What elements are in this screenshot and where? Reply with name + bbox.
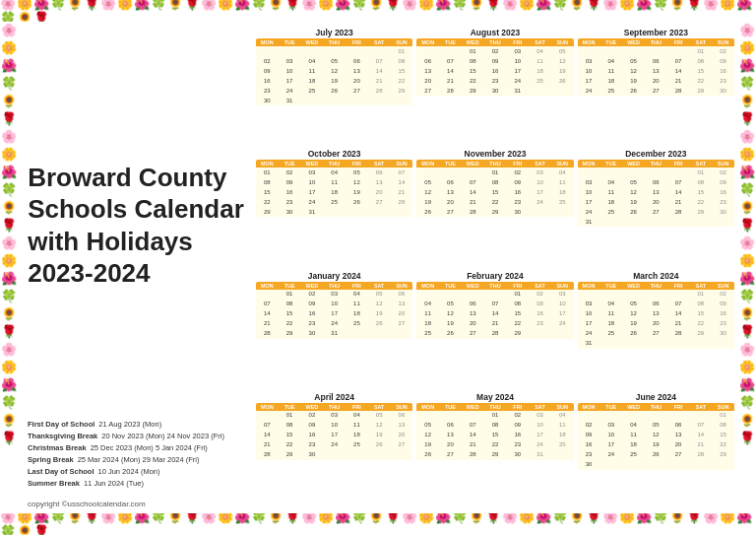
day-cell: 02 xyxy=(712,46,734,56)
day-header: MON xyxy=(416,282,439,290)
day-cell: 07 xyxy=(256,421,279,431)
day-header: FRI xyxy=(667,403,690,411)
title-line3: with Holidays xyxy=(28,227,193,256)
day-cells: 0102030405060708091011121314151617181920… xyxy=(416,46,573,96)
day-cell-empty xyxy=(622,411,645,421)
day-cell: 21 xyxy=(256,440,279,450)
day-cell: 23 xyxy=(256,86,279,96)
day-cell: 17 xyxy=(578,197,600,207)
day-cell-empty xyxy=(439,167,462,177)
day-cell: 18 xyxy=(416,319,439,329)
day-cell: 18 xyxy=(346,309,368,319)
day-cell: 16 xyxy=(301,309,324,319)
day-headers: MONTUEWEDTHUFRISATSUN xyxy=(256,282,412,290)
day-cell: 04 xyxy=(346,411,368,421)
day-cell: 31 xyxy=(578,339,600,349)
day-cell-empty xyxy=(578,290,600,300)
day-cell: 06 xyxy=(391,290,413,300)
day-cell: 27 xyxy=(462,329,484,339)
day-header: SUN xyxy=(551,160,574,167)
day-header: MON xyxy=(416,38,439,46)
day-cell: 19 xyxy=(439,319,462,329)
day-cell: 25 xyxy=(599,86,622,96)
day-cell-empty xyxy=(645,411,667,421)
main-content: Broward County Schools Calendar with Hol… xyxy=(18,22,738,513)
day-header: FRI xyxy=(506,403,529,411)
day-cell-empty xyxy=(439,46,462,56)
info-value: 21 Aug 2023 (Mon) xyxy=(98,419,161,431)
day-cell: 27 xyxy=(368,197,391,207)
day-header: FRI xyxy=(506,282,529,290)
day-cell: 07 xyxy=(391,167,413,177)
day-cell: 17 xyxy=(578,76,600,86)
day-cell: 19 xyxy=(645,440,667,450)
info-value: 25 Mar 2024 (Mon) 29 Mar 2024 (Fri) xyxy=(78,454,200,466)
day-cell: 12 xyxy=(622,187,645,197)
month-block: September 2023MONTUEWEDTHUFRISATSUN01020… xyxy=(578,28,734,145)
day-cell: 22 xyxy=(484,440,507,450)
day-cell: 20 xyxy=(645,319,667,329)
day-cell: 02 xyxy=(578,421,600,431)
day-cell: 04 xyxy=(599,300,622,309)
day-cell: 24 xyxy=(551,319,574,329)
day-cell: 07 xyxy=(439,56,462,66)
day-cell: 13 xyxy=(391,421,413,431)
info-value: 25 Dec 2023 (Mon) 5 Jan 2024 (Fri) xyxy=(91,442,208,454)
day-cell: 19 xyxy=(368,309,391,319)
day-cell: 28 xyxy=(667,86,690,96)
day-cell: 10 xyxy=(599,431,622,440)
day-cell: 07 xyxy=(667,56,690,66)
day-header: SAT xyxy=(689,38,712,46)
day-cell: 01 xyxy=(279,290,301,300)
day-cell: 07 xyxy=(667,177,690,187)
day-header: SUN xyxy=(551,38,574,46)
day-cell: 23 xyxy=(506,197,529,207)
day-cell: 18 xyxy=(599,319,622,329)
day-header: THU xyxy=(484,38,507,46)
day-cell: 28 xyxy=(368,86,391,96)
day-cell-empty xyxy=(416,411,439,421)
day-cell-empty xyxy=(416,46,439,56)
month-block: November 2023MONTUEWEDTHUFRISATSUN010203… xyxy=(416,149,573,266)
day-header: TUE xyxy=(279,403,301,411)
day-cell: 24 xyxy=(323,440,346,450)
day-cell: 07 xyxy=(256,300,279,309)
day-cells: 0102030405060708091011121314151617181920… xyxy=(256,411,412,460)
month-title: August 2023 xyxy=(416,28,573,37)
day-headers: MONTUEWEDTHUFRISATSUN xyxy=(416,38,573,46)
day-header: SAT xyxy=(368,282,391,290)
day-cell: 12 xyxy=(439,309,462,319)
day-cell: 26 xyxy=(622,329,645,339)
day-cells: 0102030405060708091011121314151617181920… xyxy=(416,290,573,339)
day-cell: 03 xyxy=(578,177,600,187)
day-cell: 09 xyxy=(712,300,734,309)
day-cell: 21 xyxy=(667,76,690,86)
info-row: Thanksgiving Break20 Nov 2023 (Mon) 24 N… xyxy=(28,431,244,442)
day-header: SUN xyxy=(391,403,413,411)
day-headers: MONTUEWEDTHUFRISATSUN xyxy=(416,282,573,290)
day-cell: 11 xyxy=(346,421,368,431)
month-grid: MONTUEWEDTHUFRISATSUN0102030405060708091… xyxy=(256,282,412,388)
day-cell: 10 xyxy=(529,421,551,431)
info-row: Spring Break25 Mar 2024 (Mon) 29 Mar 202… xyxy=(28,454,244,466)
day-cell: 18 xyxy=(551,431,574,440)
day-cell: 29 xyxy=(689,86,712,96)
info-row: Christmas Break25 Dec 2023 (Mon) 5 Jan 2… xyxy=(28,442,244,454)
day-cell: 13 xyxy=(368,177,391,187)
day-header: THU xyxy=(484,403,507,411)
day-cell: 18 xyxy=(599,197,622,207)
day-cell: 26 xyxy=(346,197,368,207)
day-cells: 0102030405060708091011121314151617181920… xyxy=(256,46,412,105)
day-cell: 06 xyxy=(645,300,667,309)
day-cell: 20 xyxy=(391,431,413,440)
day-cell: 07 xyxy=(689,421,712,431)
day-cell: 18 xyxy=(346,431,368,440)
day-cells: 0102030405060708091011121314151617181920… xyxy=(578,46,734,96)
day-cell: 16 xyxy=(484,66,507,76)
day-cell: 10 xyxy=(301,177,324,187)
day-cell: 31 xyxy=(323,329,346,339)
day-cell-empty xyxy=(599,290,622,300)
day-cell: 03 xyxy=(301,167,324,177)
day-cell: 05 xyxy=(416,421,439,431)
day-header: TUE xyxy=(439,282,462,290)
